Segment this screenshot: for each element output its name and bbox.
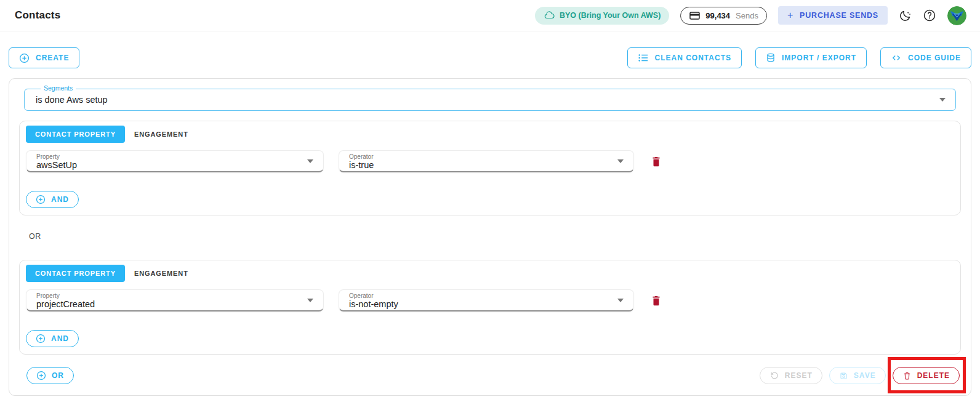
delete-condition-button[interactable] [650, 155, 662, 167]
property-select[interactable]: Property awsSetUp [26, 150, 324, 172]
app-header: Contacts BYO (Bring Your Own AWS) 99,434… [0, 0, 980, 31]
chevron-down-icon [617, 299, 624, 302]
add-and-condition-button[interactable]: AND [26, 191, 79, 208]
create-button-label: CREATE [36, 54, 69, 62]
code-guide-button[interactable]: CODE GUIDE [880, 47, 971, 68]
save-button-label: SAVE [854, 371, 876, 380]
add-or-group-button[interactable]: OR [26, 367, 74, 384]
property-select-label: Property [36, 153, 299, 160]
and-row: AND [26, 330, 954, 347]
plus-circle-icon [19, 53, 30, 63]
operator-select-label: Operator [349, 153, 609, 160]
credit-card-icon [689, 10, 701, 22]
toolbar-right: CLEAN CONTACTS IMPORT / EXPORT CODE GUID… [627, 47, 971, 68]
segments-select-label: Segments [41, 84, 76, 92]
cloud-icon [544, 10, 555, 21]
operator-select[interactable]: Operator is-true [339, 150, 634, 172]
purchase-sends-button[interactable]: + PURCHASE SENDS [778, 6, 888, 25]
clean-contacts-button[interactable]: CLEAN CONTACTS [627, 47, 742, 68]
moon-icon [899, 9, 912, 22]
help-icon [923, 9, 936, 22]
delete-button-label: DELETE [917, 371, 950, 380]
chevron-down-icon [307, 159, 313, 163]
trash-icon [650, 155, 662, 167]
condition-row: Property projectCreated Operator is-not-… [26, 289, 954, 312]
save-button[interactable]: SAVE [829, 367, 886, 384]
sends-count: 99,434 [705, 11, 730, 20]
delete-button-wrapper: DELETE [893, 367, 960, 384]
trash-icon [650, 294, 662, 307]
user-avatar[interactable] [947, 6, 966, 25]
delete-condition-button[interactable] [650, 294, 662, 307]
plus-circle-icon [36, 371, 46, 380]
chevron-down-icon [307, 299, 313, 302]
purchase-sends-label: PURCHASE SENDS [800, 11, 878, 20]
property-select-value: projectCreated [36, 299, 299, 310]
create-button[interactable]: CREATE [9, 47, 79, 68]
help-button[interactable] [923, 9, 936, 22]
tab-engagement[interactable]: ENGAGEMENT [125, 126, 198, 143]
panel-footer: OR RESET SAVE DELETE [19, 367, 961, 384]
tab-contact-property[interactable]: CONTACT PROPERTY [26, 265, 125, 282]
trash-outline-icon [902, 371, 912, 380]
or-separator-label: OR [19, 232, 961, 241]
segments-select[interactable]: Segments is done Aws setup [24, 89, 956, 111]
property-select-label: Property [36, 292, 299, 299]
page-title: Contacts [15, 9, 60, 22]
sends-unit-label: Sends [736, 11, 758, 20]
operator-select-label: Operator [349, 292, 609, 299]
database-icon [766, 53, 776, 63]
condition-group-2: CONTACT PROPERTY ENGAGEMENT Property pro… [19, 260, 961, 355]
save-icon [839, 371, 848, 380]
import-export-button[interactable]: IMPORT / EXPORT [755, 47, 867, 68]
byo-aws-badge: BYO (Bring Your Own AWS) [535, 7, 669, 25]
plus-icon: + [787, 10, 793, 21]
code-guide-label: CODE GUIDE [908, 54, 961, 62]
condition-type-tabs: CONTACT PROPERTY ENGAGEMENT [26, 126, 954, 143]
condition-row: Property awsSetUp Operator is-true [26, 150, 954, 172]
import-export-label: IMPORT / EXPORT [782, 54, 856, 62]
operator-select-value: is-not-empty [349, 299, 609, 310]
byo-aws-badge-label: BYO (Bring Your Own AWS) [560, 11, 661, 20]
toolbar: CREATE CLEAN CONTACTS IMPORT / EXPORT CO… [9, 47, 971, 68]
add-and-condition-button[interactable]: AND [26, 330, 79, 347]
wolf-logo-icon [947, 6, 966, 25]
sends-balance-badge: 99,434Sends [680, 7, 767, 25]
chevron-down-icon [617, 159, 624, 163]
and-row: AND [26, 191, 954, 208]
property-select-value: awsSetUp [36, 160, 299, 171]
and-button-label: AND [51, 334, 69, 343]
operator-select[interactable]: Operator is-not-empty [339, 289, 634, 312]
and-button-label: AND [51, 195, 69, 204]
footer-actions: RESET SAVE DELETE [760, 367, 960, 384]
chevron-down-icon [939, 98, 946, 102]
property-select[interactable]: Property projectCreated [26, 289, 324, 312]
code-icon [891, 52, 902, 63]
tab-engagement[interactable]: ENGAGEMENT [125, 265, 198, 282]
or-button-label: OR [52, 371, 64, 380]
plus-circle-icon [36, 334, 46, 344]
clean-contacts-label: CLEAN CONTACTS [655, 54, 731, 62]
list-icon [638, 52, 649, 63]
segments-select-value: is done Aws setup [36, 95, 108, 105]
header-actions: BYO (Bring Your Own AWS) 99,434Sends + P… [535, 6, 966, 25]
condition-group-1: CONTACT PROPERTY ENGAGEMENT Property aws… [19, 121, 961, 215]
delete-segment-button[interactable]: DELETE [893, 367, 960, 384]
reset-button[interactable]: RESET [760, 367, 822, 384]
segment-editor-panel: Segments is done Aws setup CONTACT PROPE… [9, 78, 971, 396]
tab-contact-property[interactable]: CONTACT PROPERTY [26, 126, 125, 143]
dark-mode-toggle[interactable] [899, 9, 912, 22]
reset-icon [769, 371, 779, 380]
condition-type-tabs: CONTACT PROPERTY ENGAGEMENT [26, 265, 954, 282]
reset-button-label: RESET [785, 371, 813, 380]
plus-circle-icon [36, 195, 46, 204]
operator-select-value: is-true [349, 160, 609, 171]
